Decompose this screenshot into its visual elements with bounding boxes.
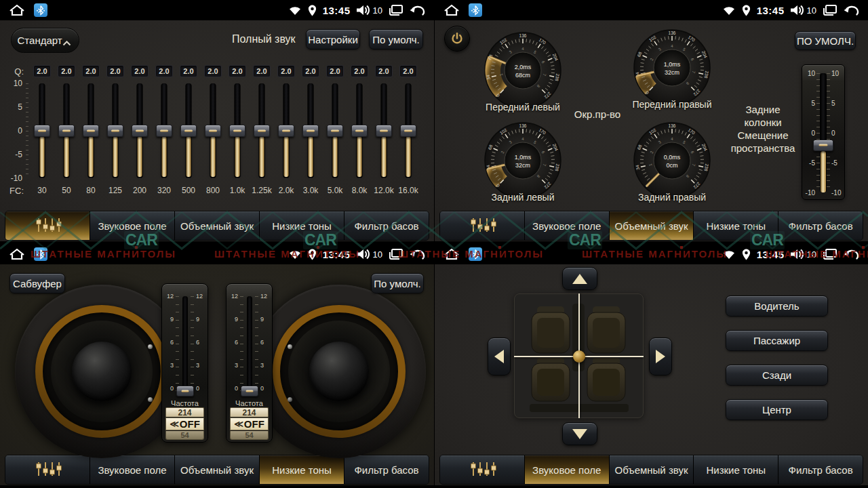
slider-handle[interactable] [180,125,197,137]
slider-handle[interactable] [156,125,172,137]
eq-band-slider[interactable] [396,80,420,182]
frequency-selected-value[interactable]: ≪OFF [165,418,204,430]
preset-selector[interactable]: Стандарт [11,28,79,53]
tab-sound-field[interactable]: Звуковое поле [524,211,609,240]
tab-bass[interactable]: Низкие тоны [693,455,778,484]
home-icon[interactable] [443,3,460,17]
eq-band-slider[interactable] [201,80,225,182]
tab-bass-filter[interactable]: Фильтр басов [778,211,863,240]
arrow-up-button[interactable] [562,267,597,290]
position-driver-button[interactable]: Водитель [726,296,828,317]
position-passenger-button[interactable]: Пассажир [726,330,828,351]
tab-equalizer[interactable] [440,455,524,484]
bluetooth-icon[interactable] [34,247,47,261]
slider-handle[interactable] [241,386,258,396]
delay-knob-front-left[interactable]: 03468102136170204238272123456782,0ms68cm… [472,32,574,109]
delay-knob-front-right[interactable]: 03468102136170204238272123456781,0ms32cm… [621,29,723,106]
slider-handle[interactable] [351,125,368,137]
eq-band-slider[interactable] [298,80,323,182]
slider-handle[interactable] [83,125,99,137]
tab-bass[interactable]: Низкие тоны [259,455,344,484]
tab-bass-filter[interactable]: Фильтр басов [344,211,429,240]
listening-position-ball[interactable] [573,350,585,363]
arrow-left-button[interactable] [488,338,511,375]
slider-handle[interactable] [107,125,123,137]
default-button[interactable]: По умолч. [371,273,424,293]
default-button[interactable]: ПО УМОЛЧ. [795,31,856,50]
tab-equalizer[interactable] [440,211,524,240]
tab-surround-sound[interactable]: Объемный звук [609,455,694,484]
tab-sound-field[interactable]: Звуковое поле [90,455,174,484]
position-rear-button[interactable]: Сзади [726,365,828,386]
frequency-prev-value[interactable]: 214 [165,407,204,417]
tab-surround-sound[interactable]: Объемный звук [609,211,694,240]
eq-band-slider[interactable] [274,80,298,182]
home-icon[interactable] [443,247,460,261]
frequency-selected-value[interactable]: ≪OFF [230,418,269,430]
subwoofer-title-button[interactable]: Сабвуфер [9,273,65,293]
rear-offset-slider[interactable]: 10105500-5-5-10-10 [802,64,845,200]
tab-surround-sound[interactable]: Объемный звук [174,455,259,484]
slider-handle[interactable] [376,125,392,137]
settings-button[interactable]: Настройки [306,29,360,49]
eq-band-slider[interactable] [152,80,176,182]
slider-handle[interactable] [205,125,221,137]
tab-sound-field[interactable]: Звуковое поле [524,455,609,484]
arrow-right-button[interactable] [649,338,672,375]
recents-icon[interactable] [388,248,403,260]
subwoofer-level-slider[interactable]: 121299663300 [162,288,208,398]
back-icon[interactable] [843,248,860,260]
slider-handle[interactable] [132,125,148,137]
slider-handle[interactable] [176,386,194,396]
home-icon[interactable] [8,247,26,261]
eq-band-slider[interactable] [103,80,127,182]
bluetooth-icon[interactable] [34,3,47,17]
slider-handle[interactable] [34,125,50,137]
eq-band-slider[interactable] [79,80,103,182]
slider-handle[interactable] [400,125,416,137]
eq-band-slider[interactable] [176,80,201,182]
slider-handle[interactable] [278,125,294,137]
slider-handle[interactable] [229,125,245,137]
home-icon[interactable] [8,3,26,17]
frequency-next-value[interactable]: 54 [165,431,204,440]
back-icon[interactable] [409,4,426,16]
back-icon[interactable] [409,248,426,260]
slider-handle[interactable] [302,125,319,137]
tab-equalizer[interactable] [5,211,90,240]
tab-equalizer[interactable] [5,455,90,484]
slider-handle[interactable] [327,125,343,137]
back-icon[interactable] [843,4,860,16]
slider-handle[interactable] [58,125,75,137]
power-button[interactable] [444,26,470,52]
eq-band-slider[interactable] [54,80,79,182]
tab-bass[interactable]: Низкие тоны [259,211,344,240]
recents-icon[interactable] [822,4,837,16]
recents-icon[interactable] [822,248,837,260]
offset-slider-handle[interactable] [813,140,833,151]
arrow-down-button[interactable] [562,422,597,445]
default-button[interactable]: По умолч. [369,29,423,49]
eq-band-slider[interactable] [225,80,250,182]
tab-bass-filter[interactable]: Фильтр басов [778,455,863,484]
frequency-prev-value[interactable]: 214 [230,407,269,417]
eq-band-slider[interactable] [372,80,396,182]
eq-band-slider[interactable] [250,80,274,182]
tab-surround-sound[interactable]: Объемный звук [174,211,259,240]
delay-knob-rear-left[interactable]: 03468102136170204238272123456781,0ms32cm… [472,122,574,199]
eq-band-slider[interactable] [323,80,347,182]
bluetooth-icon[interactable] [469,247,482,261]
eq-band-slider[interactable] [127,80,152,182]
delay-knob-rear-right[interactable]: 03468102136170204238272123456780,0ms0cmЗ… [621,122,723,199]
eq-band-slider[interactable] [30,80,54,182]
frequency-next-value[interactable]: 54 [230,431,269,440]
recents-icon[interactable] [388,4,403,16]
eq-band-slider[interactable] [347,80,372,182]
tab-sound-field[interactable]: Звуковое поле [90,211,174,240]
tab-bass-filter[interactable]: Фильтр басов [344,455,429,484]
tab-bass[interactable]: Низкие тоны [693,211,778,240]
slider-handle[interactable] [254,125,270,137]
bluetooth-icon[interactable] [469,3,482,17]
position-center-button[interactable]: Центр [726,399,828,420]
subwoofer-level-slider[interactable]: 121299663300 [226,288,272,398]
